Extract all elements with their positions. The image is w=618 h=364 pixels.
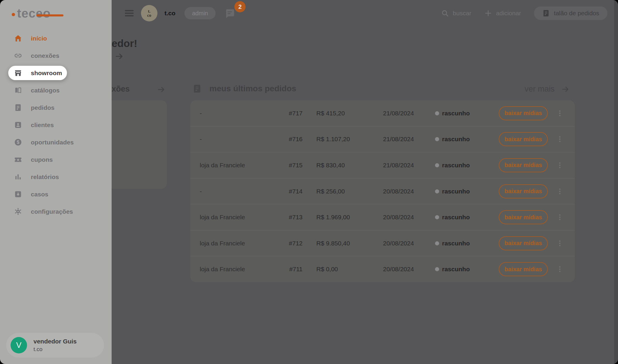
sidebar-item-casos[interactable]: casos (0, 186, 112, 203)
add-button[interactable]: adicionar (484, 9, 521, 17)
sidebar-item-inicio[interactable]: início (0, 30, 112, 47)
order-status: rascunho (435, 110, 470, 117)
receipt-icon (192, 84, 202, 93)
kebab-menu-icon[interactable] (553, 107, 566, 120)
order-number: #713 (270, 214, 303, 221)
chat-unread-badge: 2 (234, 1, 246, 12)
sidebar-item-clientes[interactable]: clientes (0, 116, 112, 134)
download-media-button[interactable]: baixar mídias (499, 132, 548, 146)
app-window: t. co t.co admin 2 buscar adicionar (0, 0, 618, 364)
coupon-icon: ★ (14, 156, 22, 164)
kebab-menu-icon[interactable] (553, 133, 566, 146)
kebab-menu-icon[interactable] (553, 211, 566, 224)
kebab-menu-icon[interactable] (553, 263, 566, 276)
status-dot-icon (435, 111, 439, 115)
receipt-icon (542, 9, 550, 17)
sidebar-item-showroom[interactable]: showroom (0, 64, 112, 82)
download-media-button[interactable]: baixar mídias (499, 106, 548, 120)
download-media-button[interactable]: baixar mídias (499, 262, 548, 276)
status-dot-icon (435, 189, 439, 193)
link-icon (14, 52, 22, 60)
order-date: 21/08/2024 (383, 136, 442, 143)
orders-table: - #717 R$ 415,20 21/08/2024 rascunho bai… (190, 100, 575, 282)
storefront-icon (14, 69, 22, 77)
connections-arrow-icon[interactable] (157, 85, 166, 94)
sidebar-item-configuracoes[interactable]: configurações (0, 203, 112, 220)
book-icon (14, 86, 22, 94)
navigation-drawer: teceo início conexões showroom catálogos (0, 0, 112, 364)
order-row[interactable]: - #717 R$ 415,20 21/08/2024 rascunho bai… (190, 100, 575, 126)
user-card[interactable]: V vendedor Guis t.co (6, 333, 104, 358)
download-media-button[interactable]: baixar mídias (499, 184, 548, 198)
download-media-button[interactable]: baixar mídias (499, 236, 548, 250)
kebab-menu-icon[interactable] (553, 159, 566, 172)
logo-strike (36, 14, 63, 16)
chat-icon[interactable] (224, 8, 235, 18)
status-dot-icon (435, 215, 439, 219)
archive-down-icon (14, 190, 22, 198)
order-row[interactable]: - #714 R$ 256,00 20/08/2024 rascunho bai… (190, 178, 575, 204)
logo-dot (12, 13, 15, 16)
order-date: 20/08/2024 (383, 266, 442, 273)
search-label: buscar (453, 10, 471, 17)
sidebar-item-catalogos[interactable]: catálogos (0, 82, 112, 99)
welcome-heading-fragment: edor! (112, 38, 137, 49)
order-total: R$ 256,00 (316, 188, 381, 195)
app-logo[interactable]: teceo (12, 6, 51, 21)
org-avatar[interactable]: t. co (141, 5, 157, 21)
scrollbar-track[interactable] (614, 0, 618, 364)
status-dot-icon (435, 241, 439, 245)
order-total: R$ 415,20 (316, 110, 381, 117)
download-media-button[interactable]: baixar mídias (499, 158, 548, 172)
order-date: 20/08/2024 (383, 240, 442, 247)
order-status: rascunho (435, 162, 470, 169)
order-date: 21/08/2024 (383, 162, 442, 169)
order-status: rascunho (435, 240, 470, 247)
order-row[interactable]: loja da Franciele #715 R$ 830,40 21/08/2… (190, 152, 575, 178)
sidebar-item-relatorios[interactable]: relatórios (0, 168, 112, 186)
org-avatar-line1: t. (148, 9, 151, 13)
org-name: t.co (164, 10, 175, 17)
role-badge: admin (184, 7, 216, 19)
sidebar-item-cupons[interactable]: ★ cupons (0, 151, 112, 168)
sidebar-item-conexoes[interactable]: conexões (0, 47, 112, 64)
nav-menu: início conexões showroom catálogos pedid… (0, 30, 112, 220)
order-total: R$ 1.107,20 (316, 136, 381, 143)
order-pad-label: talão de pedidos (554, 10, 599, 17)
order-status: rascunho (435, 188, 470, 195)
order-number: #716 (270, 136, 303, 143)
order-status: rascunho (435, 136, 470, 143)
gear-icon (14, 208, 22, 215)
order-row[interactable]: loja da Franciele #712 R$ 9.850,40 20/08… (190, 230, 575, 256)
sidebar-item-pedidos[interactable]: pedidos (0, 99, 112, 116)
download-media-button[interactable]: baixar mídias (499, 210, 548, 224)
order-total: R$ 9.850,40 (316, 240, 381, 247)
order-row[interactable]: loja da Franciele #713 R$ 1.969,00 20/08… (190, 204, 575, 230)
home-icon (14, 34, 22, 42)
arrow-right-icon[interactable] (115, 52, 124, 61)
menu-icon[interactable] (123, 7, 135, 19)
logo-text: teceo (17, 6, 51, 21)
status-dot-icon (435, 267, 439, 271)
order-total: R$ 830,40 (316, 162, 381, 169)
order-row[interactable]: loja da Franciele #711 R$ 0,00 20/08/202… (190, 256, 575, 282)
user-org: t.co (33, 346, 77, 353)
order-number: #714 (270, 188, 303, 195)
search-icon (441, 9, 449, 17)
receipt-icon (14, 104, 22, 112)
order-total: R$ 0,00 (316, 266, 381, 273)
sidebar-item-oportunidades[interactable]: $ oportunidades (0, 134, 112, 151)
status-dot-icon (435, 137, 439, 141)
order-date: 20/08/2024 (383, 214, 442, 221)
user-name: vendedor Guis (33, 338, 77, 345)
see-more-link[interactable]: ver mais (525, 85, 570, 94)
kebab-menu-icon[interactable] (553, 237, 566, 250)
add-label: adicionar (496, 10, 521, 17)
order-date: 20/08/2024 (383, 188, 442, 195)
kebab-menu-icon[interactable] (553, 185, 566, 198)
order-pad-button[interactable]: talão de pedidos (534, 6, 607, 20)
order-row[interactable]: - #716 R$ 1.107,20 21/08/2024 rascunho b… (190, 126, 575, 152)
order-number: #711 (270, 266, 303, 273)
plus-icon (484, 9, 492, 17)
search-button[interactable]: buscar (441, 9, 471, 17)
